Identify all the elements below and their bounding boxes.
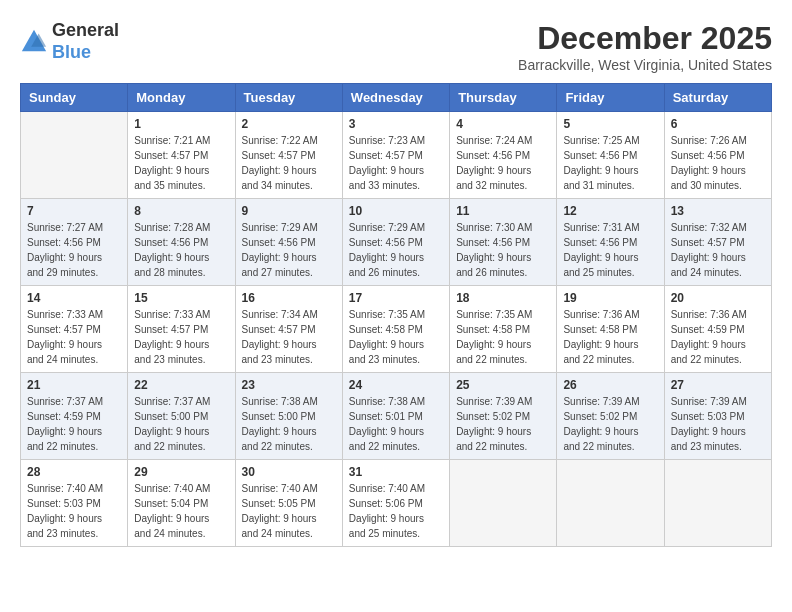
day-info: Sunrise: 7:36 AM Sunset: 4:59 PM Dayligh… (671, 307, 765, 367)
day-info: Sunrise: 7:29 AM Sunset: 4:56 PM Dayligh… (349, 220, 443, 280)
day-number: 23 (242, 378, 336, 392)
logo-text-general: General (52, 20, 119, 42)
day-info: Sunrise: 7:33 AM Sunset: 4:57 PM Dayligh… (27, 307, 121, 367)
day-number: 22 (134, 378, 228, 392)
day-number: 10 (349, 204, 443, 218)
day-number: 25 (456, 378, 550, 392)
day-number: 7 (27, 204, 121, 218)
day-info: Sunrise: 7:25 AM Sunset: 4:56 PM Dayligh… (563, 133, 657, 193)
calendar-cell: 23Sunrise: 7:38 AM Sunset: 5:00 PM Dayli… (235, 373, 342, 460)
day-number: 1 (134, 117, 228, 131)
calendar-cell: 31Sunrise: 7:40 AM Sunset: 5:06 PM Dayli… (342, 460, 449, 547)
day-info: Sunrise: 7:38 AM Sunset: 5:01 PM Dayligh… (349, 394, 443, 454)
day-info: Sunrise: 7:37 AM Sunset: 5:00 PM Dayligh… (134, 394, 228, 454)
week-row-1: 1Sunrise: 7:21 AM Sunset: 4:57 PM Daylig… (21, 112, 772, 199)
page-header: General Blue December 2025 Barrackville,… (20, 20, 772, 73)
day-number: 12 (563, 204, 657, 218)
calendar-table: SundayMondayTuesdayWednesdayThursdayFrid… (20, 83, 772, 547)
calendar-header-row: SundayMondayTuesdayWednesdayThursdayFrid… (21, 84, 772, 112)
calendar-cell (21, 112, 128, 199)
day-info: Sunrise: 7:28 AM Sunset: 4:56 PM Dayligh… (134, 220, 228, 280)
day-info: Sunrise: 7:23 AM Sunset: 4:57 PM Dayligh… (349, 133, 443, 193)
day-number: 20 (671, 291, 765, 305)
day-info: Sunrise: 7:39 AM Sunset: 5:02 PM Dayligh… (563, 394, 657, 454)
calendar-subtitle: Barrackville, West Virginia, United Stat… (518, 57, 772, 73)
calendar-cell: 22Sunrise: 7:37 AM Sunset: 5:00 PM Dayli… (128, 373, 235, 460)
calendar-cell: 29Sunrise: 7:40 AM Sunset: 5:04 PM Dayli… (128, 460, 235, 547)
header-wednesday: Wednesday (342, 84, 449, 112)
day-info: Sunrise: 7:31 AM Sunset: 4:56 PM Dayligh… (563, 220, 657, 280)
day-info: Sunrise: 7:39 AM Sunset: 5:02 PM Dayligh… (456, 394, 550, 454)
calendar-cell: 15Sunrise: 7:33 AM Sunset: 4:57 PM Dayli… (128, 286, 235, 373)
day-number: 3 (349, 117, 443, 131)
calendar-cell: 25Sunrise: 7:39 AM Sunset: 5:02 PM Dayli… (450, 373, 557, 460)
day-number: 9 (242, 204, 336, 218)
day-number: 29 (134, 465, 228, 479)
day-number: 21 (27, 378, 121, 392)
calendar-cell: 24Sunrise: 7:38 AM Sunset: 5:01 PM Dayli… (342, 373, 449, 460)
calendar-cell: 12Sunrise: 7:31 AM Sunset: 4:56 PM Dayli… (557, 199, 664, 286)
day-info: Sunrise: 7:38 AM Sunset: 5:00 PM Dayligh… (242, 394, 336, 454)
day-number: 8 (134, 204, 228, 218)
day-number: 18 (456, 291, 550, 305)
day-number: 30 (242, 465, 336, 479)
week-row-2: 7Sunrise: 7:27 AM Sunset: 4:56 PM Daylig… (21, 199, 772, 286)
calendar-cell: 7Sunrise: 7:27 AM Sunset: 4:56 PM Daylig… (21, 199, 128, 286)
day-number: 15 (134, 291, 228, 305)
day-info: Sunrise: 7:33 AM Sunset: 4:57 PM Dayligh… (134, 307, 228, 367)
calendar-cell: 14Sunrise: 7:33 AM Sunset: 4:57 PM Dayli… (21, 286, 128, 373)
calendar-cell: 10Sunrise: 7:29 AM Sunset: 4:56 PM Dayli… (342, 199, 449, 286)
day-number: 2 (242, 117, 336, 131)
day-info: Sunrise: 7:24 AM Sunset: 4:56 PM Dayligh… (456, 133, 550, 193)
calendar-cell: 1Sunrise: 7:21 AM Sunset: 4:57 PM Daylig… (128, 112, 235, 199)
calendar-cell: 18Sunrise: 7:35 AM Sunset: 4:58 PM Dayli… (450, 286, 557, 373)
calendar-cell: 17Sunrise: 7:35 AM Sunset: 4:58 PM Dayli… (342, 286, 449, 373)
day-number: 13 (671, 204, 765, 218)
header-saturday: Saturday (664, 84, 771, 112)
calendar-cell: 4Sunrise: 7:24 AM Sunset: 4:56 PM Daylig… (450, 112, 557, 199)
calendar-cell: 30Sunrise: 7:40 AM Sunset: 5:05 PM Dayli… (235, 460, 342, 547)
day-info: Sunrise: 7:34 AM Sunset: 4:57 PM Dayligh… (242, 307, 336, 367)
day-info: Sunrise: 7:35 AM Sunset: 4:58 PM Dayligh… (349, 307, 443, 367)
day-info: Sunrise: 7:27 AM Sunset: 4:56 PM Dayligh… (27, 220, 121, 280)
logo: General Blue (20, 20, 119, 63)
calendar-cell: 8Sunrise: 7:28 AM Sunset: 4:56 PM Daylig… (128, 199, 235, 286)
day-info: Sunrise: 7:22 AM Sunset: 4:57 PM Dayligh… (242, 133, 336, 193)
calendar-cell (557, 460, 664, 547)
calendar-cell: 2Sunrise: 7:22 AM Sunset: 4:57 PM Daylig… (235, 112, 342, 199)
day-number: 4 (456, 117, 550, 131)
day-info: Sunrise: 7:26 AM Sunset: 4:56 PM Dayligh… (671, 133, 765, 193)
day-info: Sunrise: 7:35 AM Sunset: 4:58 PM Dayligh… (456, 307, 550, 367)
day-info: Sunrise: 7:30 AM Sunset: 4:56 PM Dayligh… (456, 220, 550, 280)
day-number: 17 (349, 291, 443, 305)
day-info: Sunrise: 7:40 AM Sunset: 5:05 PM Dayligh… (242, 481, 336, 541)
header-sunday: Sunday (21, 84, 128, 112)
calendar-cell: 19Sunrise: 7:36 AM Sunset: 4:58 PM Dayli… (557, 286, 664, 373)
calendar-cell: 20Sunrise: 7:36 AM Sunset: 4:59 PM Dayli… (664, 286, 771, 373)
calendar-cell: 21Sunrise: 7:37 AM Sunset: 4:59 PM Dayli… (21, 373, 128, 460)
header-tuesday: Tuesday (235, 84, 342, 112)
day-number: 24 (349, 378, 443, 392)
week-row-3: 14Sunrise: 7:33 AM Sunset: 4:57 PM Dayli… (21, 286, 772, 373)
calendar-cell: 28Sunrise: 7:40 AM Sunset: 5:03 PM Dayli… (21, 460, 128, 547)
calendar-title: December 2025 (518, 20, 772, 57)
day-info: Sunrise: 7:36 AM Sunset: 4:58 PM Dayligh… (563, 307, 657, 367)
calendar-cell: 5Sunrise: 7:25 AM Sunset: 4:56 PM Daylig… (557, 112, 664, 199)
day-info: Sunrise: 7:39 AM Sunset: 5:03 PM Dayligh… (671, 394, 765, 454)
week-row-5: 28Sunrise: 7:40 AM Sunset: 5:03 PM Dayli… (21, 460, 772, 547)
day-number: 27 (671, 378, 765, 392)
day-number: 26 (563, 378, 657, 392)
day-info: Sunrise: 7:32 AM Sunset: 4:57 PM Dayligh… (671, 220, 765, 280)
calendar-cell: 9Sunrise: 7:29 AM Sunset: 4:56 PM Daylig… (235, 199, 342, 286)
day-info: Sunrise: 7:37 AM Sunset: 4:59 PM Dayligh… (27, 394, 121, 454)
day-number: 31 (349, 465, 443, 479)
day-info: Sunrise: 7:40 AM Sunset: 5:03 PM Dayligh… (27, 481, 121, 541)
calendar-cell: 3Sunrise: 7:23 AM Sunset: 4:57 PM Daylig… (342, 112, 449, 199)
day-number: 16 (242, 291, 336, 305)
day-number: 5 (563, 117, 657, 131)
title-section: December 2025 Barrackville, West Virgini… (518, 20, 772, 73)
logo-text-blue: Blue (52, 42, 119, 64)
calendar-cell: 27Sunrise: 7:39 AM Sunset: 5:03 PM Dayli… (664, 373, 771, 460)
week-row-4: 21Sunrise: 7:37 AM Sunset: 4:59 PM Dayli… (21, 373, 772, 460)
header-monday: Monday (128, 84, 235, 112)
